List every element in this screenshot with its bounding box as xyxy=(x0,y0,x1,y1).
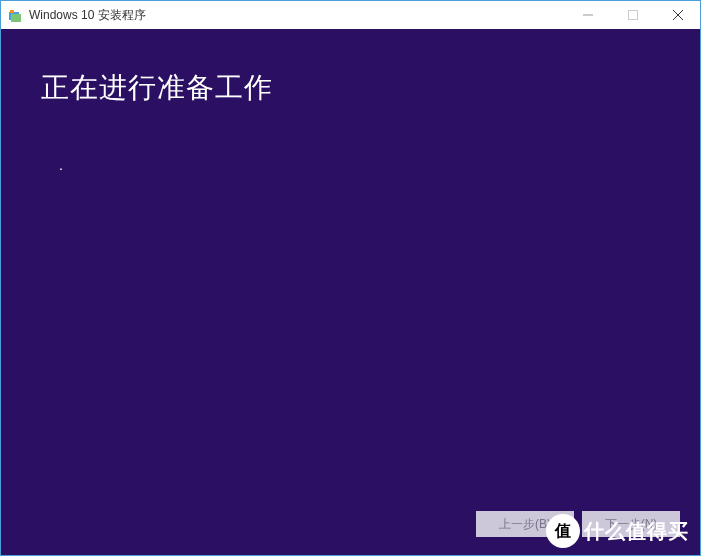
window-title: Windows 10 安装程序 xyxy=(29,7,146,24)
app-icon xyxy=(7,7,23,23)
heading-text: 正在进行准备工作 xyxy=(41,69,660,107)
close-button[interactable] xyxy=(655,1,700,29)
svg-rect-2 xyxy=(10,10,14,13)
maximize-button[interactable] xyxy=(610,1,655,29)
progress-indicator: . xyxy=(59,157,660,173)
titlebar: Windows 10 安装程序 xyxy=(1,1,700,29)
svg-rect-4 xyxy=(628,11,637,20)
watermark: 值 什么值得买 xyxy=(546,514,689,548)
watermark-badge: 值 xyxy=(546,514,580,548)
minimize-button[interactable] xyxy=(565,1,610,29)
watermark-text: 什么值得买 xyxy=(584,518,689,545)
svg-rect-1 xyxy=(11,14,21,22)
content-area: 正在进行准备工作 . 上一步(B) 下一步(N) xyxy=(1,29,700,555)
window-controls xyxy=(565,1,700,29)
installer-window: Windows 10 安装程序 正在进行准备工作 . 上一步(B) 下一步(N) xyxy=(0,0,701,556)
